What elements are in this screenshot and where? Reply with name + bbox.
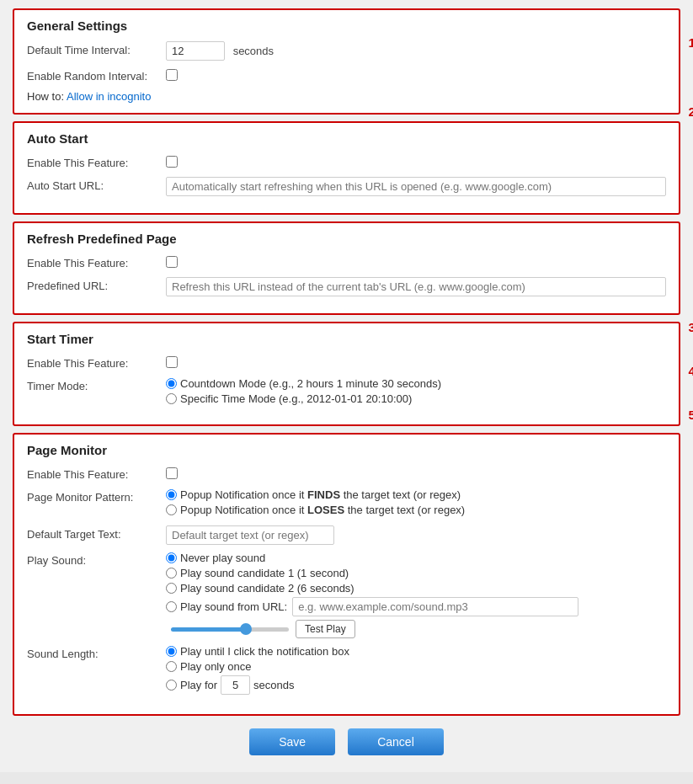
auto-start-url-label: Auto Start URL:	[27, 177, 166, 192]
default-time-label: Default Time Interval:	[27, 41, 166, 56]
play-once-label: Play only once	[180, 660, 252, 673]
monitor-enable-row: Enable This Feature:	[27, 466, 666, 482]
auto-start-section: Auto Start Enable This Feature: Auto Sta…	[13, 121, 680, 215]
predefined-enable-checkbox[interactable]	[166, 256, 178, 268]
refresh-predefined-section: Refresh Predefined Page Enable This Feat…	[13, 221, 680, 315]
monitor-pattern-row: Page Monitor Pattern: Popup Notification…	[27, 488, 666, 519]
bottom-buttons: Save Cancel	[13, 728, 680, 755]
predefined-url-content	[166, 277, 666, 296]
countdown-option: Countdown Mode (e.g., 2 hours 1 minute 3…	[166, 377, 666, 390]
volume-slider[interactable]	[171, 627, 289, 632]
play-for-prefix: Play for	[180, 679, 217, 691]
allow-incognito-link[interactable]: Allow in incognito	[67, 90, 151, 103]
candidate1-radio[interactable]	[166, 568, 177, 579]
play-once-option: Play only once	[166, 660, 666, 673]
howto-row: How to: Allow in incognito	[27, 90, 666, 103]
annotation-5: 5.	[688, 408, 693, 422]
timer-enable-checkbox[interactable]	[166, 356, 178, 368]
play-until-label: Play until I click the notification box	[180, 645, 349, 658]
specific-time-radio[interactable]	[166, 393, 177, 404]
predefined-url-label: Predefined URL:	[27, 277, 166, 292]
play-for-radio[interactable]	[166, 680, 177, 691]
play-sound-row: Play Sound: Never play sound Play sound …	[27, 552, 666, 638]
monitor-enable-checkbox[interactable]	[166, 467, 178, 479]
random-interval-label: Enable Random Interval:	[27, 67, 166, 83]
finds-option: Popup Notification once it FINDS the tar…	[166, 488, 666, 501]
play-for-option: Play for seconds	[166, 675, 666, 695]
auto-start-url-row: Auto Start URL:	[27, 177, 666, 196]
default-time-row: Default Time Interval: seconds	[27, 41, 666, 61]
annotation-4: 4.	[688, 364, 693, 378]
auto-start-enable-content	[166, 154, 666, 170]
candidate2-option: Play sound candidate 2 (6 seconds)	[166, 582, 666, 595]
default-time-input[interactable]	[166, 41, 225, 61]
monitor-enable-content	[166, 466, 666, 482]
never-play-radio[interactable]	[166, 552, 177, 563]
timer-enable-row: Enable This Feature:	[27, 355, 666, 371]
auto-start-url-input[interactable]	[166, 177, 666, 196]
general-settings-title: General Settings	[27, 19, 666, 33]
target-text-row: Default Target Text:	[27, 525, 666, 545]
play-once-radio[interactable]	[166, 661, 177, 672]
auto-start-checkbox[interactable]	[166, 156, 178, 168]
page-monitor-section: Page Monitor Enable This Feature: Page M…	[13, 433, 680, 716]
candidate2-label: Play sound candidate 2 (6 seconds)	[180, 582, 354, 595]
candidate2-radio[interactable]	[166, 583, 177, 594]
play-for-input[interactable]	[221, 675, 250, 695]
howto-label: How to:	[27, 90, 64, 103]
specific-time-label: Specific Time Mode (e.g., 2012-01-01 20:…	[180, 392, 412, 405]
seconds-label: seconds	[233, 45, 274, 57]
auto-start-title: Auto Start	[27, 131, 666, 146]
predefined-enable-row: Enable This Feature:	[27, 254, 666, 270]
finds-suffix: the target text (or regex)	[340, 488, 461, 501]
cancel-button[interactable]: Cancel	[348, 728, 444, 755]
default-time-content: seconds	[166, 41, 666, 61]
play-until-option: Play until I click the notification box	[166, 645, 666, 658]
general-settings-section: General Settings Default Time Interval: …	[13, 8, 680, 115]
play-sound-label: Play Sound:	[27, 552, 166, 567]
never-play-option: Never play sound	[166, 552, 666, 564]
sound-url-input[interactable]	[292, 597, 578, 616]
volume-container: Test Play	[166, 620, 666, 638]
timer-enable-label: Enable This Feature:	[27, 355, 166, 370]
page-monitor-title: Page Monitor	[27, 443, 666, 457]
predefined-url-input[interactable]	[166, 277, 666, 296]
random-interval-content	[166, 67, 666, 83]
play-for-seconds: seconds	[253, 679, 294, 691]
random-interval-checkbox[interactable]	[166, 69, 178, 81]
timer-enable-content	[166, 355, 666, 371]
countdown-radio[interactable]	[166, 378, 177, 389]
predefined-url-row: Predefined URL:	[27, 277, 666, 296]
timer-mode-label: Timer Mode:	[27, 377, 166, 392]
specific-time-option: Specific Time Mode (e.g., 2012-01-01 20:…	[166, 392, 666, 405]
start-timer-section: Start Timer Enable This Feature: Timer M…	[13, 322, 680, 426]
auto-start-enable-label: Enable This Feature:	[27, 154, 166, 169]
sound-length-label: Sound Length:	[27, 645, 166, 660]
loses-suffix: the target text (or regex)	[344, 504, 465, 516]
play-until-radio[interactable]	[166, 646, 177, 657]
loses-prefix: Popup Notification once it LOSES the tar…	[180, 504, 465, 516]
annotation-3: 3.	[688, 320, 693, 334]
loses-option: Popup Notification once it LOSES the tar…	[166, 504, 666, 516]
finds-prefix: Popup Notification once it FINDS the tar…	[180, 488, 461, 501]
annotation-1: 1.	[688, 35, 693, 50]
test-play-button[interactable]: Test Play	[296, 620, 355, 638]
predefined-enable-content	[166, 254, 666, 270]
finds-radio[interactable]	[166, 489, 177, 500]
finds-bold: FINDS	[307, 488, 340, 501]
save-button[interactable]: Save	[249, 728, 335, 755]
target-text-input[interactable]	[166, 525, 334, 545]
refresh-predefined-title: Refresh Predefined Page	[27, 232, 666, 246]
target-text-label: Default Target Text:	[27, 525, 166, 541]
loses-radio[interactable]	[166, 504, 177, 515]
play-sound-content: Never play sound Play sound candidate 1 …	[166, 552, 666, 638]
timer-mode-content: Countdown Mode (e.g., 2 hours 1 minute 3…	[166, 377, 666, 408]
from-url-label: Play sound from URL:	[180, 600, 287, 613]
sound-length-content: Play until I click the notification box …	[166, 645, 666, 697]
target-text-content	[166, 525, 666, 545]
sound-length-row: Sound Length: Play until I click the not…	[27, 645, 666, 697]
never-play-label: Never play sound	[180, 552, 265, 564]
from-url-radio[interactable]	[166, 601, 177, 612]
candidate1-label: Play sound candidate 1 (1 second)	[180, 567, 349, 579]
loses-bold: LOSES	[307, 504, 344, 516]
